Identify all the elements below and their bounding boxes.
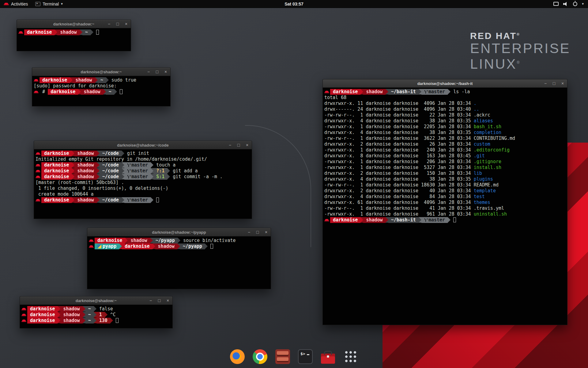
powerline-separator <box>72 174 74 179</box>
minimize-button[interactable]: − <box>146 69 151 74</box>
maximize-button[interactable]: □ <box>154 69 160 74</box>
terminal-window-bash-it: darknoise@shadow:~/bash-it − □ × darknoi… <box>322 79 567 325</box>
terminal-text: drwxrwxr-x. 2 darknoise darknoise 26 Jan… <box>324 141 474 147</box>
powerline-separator <box>448 217 450 223</box>
powerline-separator <box>83 312 85 317</box>
window-titlebar[interactable]: darknoise@shadow:~/code − □ × <box>34 141 252 149</box>
terminal-body[interactable]: darknoise shadow ~/pyapp source bin/acti… <box>87 236 271 289</box>
firefox-launcher[interactable] <box>228 348 246 366</box>
redhat-icon <box>36 162 41 168</box>
terminal-cursor <box>210 244 213 249</box>
prompt-segment-user: darknoise <box>41 174 72 180</box>
terminal-window-home-1: darknoise@shadow:~ − □ × darknoise shado… <box>17 20 131 51</box>
prompt-segment-git: master <box>124 162 151 168</box>
terminal-text <box>153 197 156 203</box>
close-button[interactable]: × <box>244 143 250 148</box>
prompt-segment-exit: 130 <box>96 318 110 324</box>
minimize-button[interactable]: − <box>543 81 548 86</box>
chrome-icon <box>253 349 267 364</box>
system-status-area[interactable]: ▾ <box>549 0 588 8</box>
terminal-window-home-2: darknoise@shadow:~ − □ × darknoise shado… <box>20 296 173 328</box>
terminal-line: drwxrwxr-x. 4 darknoise darknoise 38 Jan… <box>324 176 566 182</box>
close-button[interactable]: × <box>560 81 565 86</box>
terminal-body[interactable]: darknoise shadow ~ sudo true[sudo] passw… <box>32 76 170 106</box>
terminal-text: .travis.yml <box>474 205 504 211</box>
terminal-window-pyapp: darknoise@shadow:~/pyapp − □ × darknoise… <box>87 228 271 289</box>
prompt-segment-path: ~ <box>98 77 106 83</box>
minimize-button[interactable]: − <box>246 230 252 235</box>
app-menu-terminal[interactable]: Terminal ▾ <box>32 0 66 8</box>
terminal-text: drwxrwxr-x. 4 darknoise darknoise 38 Jan… <box>324 176 474 182</box>
terminal-text: -rw-rw-r--. 1 darknoise darknoise 18630 … <box>324 182 474 188</box>
terminal-body[interactable]: darknoise shadow ~ <box>17 28 131 51</box>
terminal-text: install.sh <box>474 165 501 170</box>
powerline-separator <box>448 89 450 94</box>
volume-icon <box>563 2 568 6</box>
terminal-line: 1 file changed, 0 insertions(+), 0 delet… <box>36 186 250 191</box>
redhat-icon <box>324 217 330 223</box>
files-launcher[interactable] <box>274 348 292 366</box>
terminal-text: drwxrwxr-x. 2 darknoise darknoise 150 Ja… <box>324 171 474 176</box>
terminal-launcher[interactable]: $> <box>296 348 314 366</box>
terminal-text: false <box>96 306 113 312</box>
prompt-segment-venv: pyapp <box>95 243 119 249</box>
terminal-cursor <box>156 197 159 202</box>
prompt-segment-host: shadow <box>60 318 82 324</box>
terminal-line: drwxrwxr-x. 11 darknoise darknoise 4096 … <box>324 101 566 106</box>
branch-icon <box>127 162 130 168</box>
clock[interactable]: Sat 03:57 <box>0 2 588 6</box>
branch-icon <box>127 197 130 203</box>
powerline-separator <box>91 29 93 35</box>
terminal-line: Initialized empty Git repository in /hom… <box>36 156 250 162</box>
terminal-text: -rwxrwxr-x. 1 darknoise darknoise 5327 J… <box>324 165 474 170</box>
minimize-button[interactable]: − <box>227 143 233 148</box>
window-titlebar[interactable]: darknoise@shadow:~/pyapp − □ × <box>87 228 271 236</box>
app-grid-launcher[interactable] <box>342 348 360 366</box>
powerline-separator <box>122 151 124 156</box>
chrome-launcher[interactable] <box>251 348 269 366</box>
minimize-button[interactable]: − <box>106 21 112 26</box>
maximize-button[interactable]: □ <box>236 143 241 148</box>
files-icon <box>275 349 290 364</box>
prompt-segment-host: shadow <box>60 306 82 312</box>
prompt-segment-git: master <box>124 197 151 203</box>
terminal-text: .editorconfig <box>474 147 510 153</box>
terminal-line: -rw-rw-r--. 1 darknoise darknoise 18630 … <box>324 182 566 188</box>
window-titlebar[interactable]: darknoise@shadow:~ − □ × <box>20 297 172 305</box>
powerline-separator <box>177 243 180 249</box>
terminal-line: -rw-rw-r--. 1 darknoise darknoise 3622 J… <box>324 136 566 141</box>
powerline-separator <box>105 312 107 317</box>
terminal-text: -rwxrwxr-x. 1 darknoise darknoise 961 Ja… <box>324 211 474 217</box>
prompt-segment-host: shadow <box>60 312 82 318</box>
terminal-line: darknoise shadow ~/bash-it master <box>324 217 566 223</box>
terminal-text: Initialized empty Git repository in /hom… <box>36 156 207 162</box>
top-bar: Activities Terminal ▾ Sat 03:57 ▾ <box>0 0 588 8</box>
window-titlebar[interactable]: darknoise@shadow:~ − □ × <box>32 68 170 76</box>
window-titlebar[interactable]: darknoise@shadow:~ − □ × <box>17 20 131 28</box>
terminal-line: drwxrwxr-x. 4 darknoise darknoise 84 Jan… <box>324 194 566 200</box>
minimize-button[interactable]: − <box>148 298 153 303</box>
close-button[interactable]: × <box>263 230 269 235</box>
prompt-segment-user: darknoise <box>122 243 152 249</box>
terminal-body[interactable]: darknoise shadow ~ false darknoise shado… <box>20 305 172 328</box>
terminal-body[interactable]: darknoise shadow ~/code git initInitiali… <box>34 149 252 219</box>
close-button[interactable]: × <box>165 298 171 303</box>
maximize-button[interactable]: □ <box>156 298 162 303</box>
terminal-text: create mode 100644 a <box>36 191 94 197</box>
powerline-separator <box>153 243 155 249</box>
window-titlebar[interactable]: darknoise@shadow:~/bash-it − □ × <box>323 79 567 88</box>
powerline-separator <box>103 89 106 94</box>
terminal-line: drwxrwxr-x. 4 darknoise darknoise 38 Jan… <box>324 130 566 136</box>
toolbox-launcher[interactable] <box>319 348 337 366</box>
close-button[interactable]: × <box>123 21 129 26</box>
powerline-separator <box>125 238 128 243</box>
maximize-button[interactable]: □ <box>115 21 120 26</box>
activities-button[interactable]: Activities <box>0 0 32 8</box>
terminal-line: darknoise shadow ~ <box>18 29 129 35</box>
branch-icon <box>127 174 130 180</box>
prompt-segment-host: shadow <box>57 29 79 35</box>
close-button[interactable]: × <box>163 69 168 74</box>
terminal-body[interactable]: darknoise shadow ~/bash-it master ls -la… <box>323 88 567 325</box>
maximize-button[interactable]: □ <box>255 230 260 235</box>
maximize-button[interactable]: □ <box>551 81 557 86</box>
